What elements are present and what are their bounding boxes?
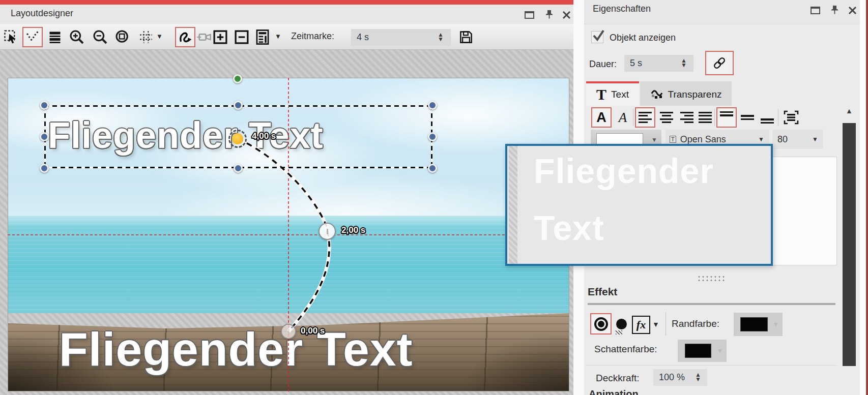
deckkraft-label: Deckkraft: (596, 373, 640, 384)
fit-text-icon (784, 110, 799, 125)
layers-tool-button[interactable] (45, 27, 65, 47)
popup-hatch-strip (509, 146, 517, 264)
pin-button[interactable] (828, 4, 841, 16)
italic-button[interactable]: A (613, 107, 633, 128)
keyframe-label-2s: 2,00 s (341, 225, 365, 235)
align-justify-icon (699, 112, 712, 123)
resize-handle-e[interactable] (428, 132, 437, 141)
scrollbar-thumb[interactable] (843, 123, 856, 366)
objekt-anzeigen-label: Objekt anzeigen (610, 33, 676, 43)
effekt-divider (588, 303, 835, 305)
layout-dropdown-arrow[interactable]: ▼ (275, 33, 281, 40)
motion-path-tool-button[interactable] (175, 27, 195, 47)
layers-icon (48, 30, 62, 44)
schattenfarbe-swatch (685, 344, 711, 358)
waypoint-2s[interactable] (319, 223, 336, 240)
resize-handle-ne[interactable] (428, 101, 437, 110)
valign-top-icon (720, 111, 733, 124)
grid-button[interactable] (136, 27, 156, 47)
align-right-button[interactable] (677, 107, 697, 128)
tab-text[interactable]: T Text (586, 81, 639, 106)
layout-list-icon (255, 29, 270, 45)
align-justify-button[interactable] (695, 107, 715, 128)
outline-effect-icon (594, 317, 608, 331)
save-view-button[interactable] (456, 27, 476, 47)
shadow-effect-button[interactable] (614, 316, 629, 331)
zoom-fit-icon (114, 29, 131, 45)
close-button[interactable] (560, 9, 573, 21)
maximize-button[interactable] (808, 4, 822, 16)
resize-handle-sw[interactable] (40, 164, 49, 173)
deckkraft-spinner[interactable]: ▲ ▼ (695, 373, 701, 381)
zoom-in-icon (69, 29, 85, 45)
valign-middle-button[interactable] (737, 107, 758, 128)
close-icon (848, 6, 857, 15)
section-splitter-handle[interactable] (697, 275, 725, 283)
select-tool-button[interactable] (1, 27, 21, 47)
layout-canvas[interactable]: Fliegender Text Fliegender Text (8, 78, 569, 391)
fx-effects-button[interactable]: fx (632, 316, 650, 334)
zeitmarke-spinner[interactable]: ▲ ▼ (438, 33, 444, 41)
maximize-button[interactable] (523, 9, 536, 21)
randfarbe-swatch (740, 317, 768, 331)
fx-dropdown-arrow[interactable]: ▼ (652, 320, 659, 328)
zoom-fit-button[interactable] (112, 27, 133, 47)
resize-handle-s[interactable] (234, 164, 243, 173)
link-duration-button[interactable] (705, 51, 734, 75)
eigenschaften-titlebar[interactable]: Eigenschaften (584, 0, 868, 24)
zeitmarke-input[interactable]: 4 s (351, 29, 451, 46)
align-center-button[interactable] (656, 107, 677, 128)
valign-middle-icon (741, 111, 754, 124)
chain-link-icon (712, 55, 727, 71)
effekt-heading: Effekt (588, 286, 617, 298)
dauer-spinner[interactable]: ▲ ▼ (681, 58, 687, 67)
bold-button[interactable]: A (591, 107, 612, 128)
color-dropdown-arrow: ▼ (651, 136, 657, 143)
spinner-down-icon[interactable]: ▼ (695, 377, 701, 382)
italic-icon: A (619, 110, 627, 126)
canvas-text-object-end[interactable]: Fliegender Text (59, 322, 413, 377)
randfarbe-dropdown-arrow: ▼ (773, 321, 779, 328)
objekt-anzeigen-checkbox[interactable] (591, 31, 603, 43)
align-left-button[interactable] (635, 107, 655, 128)
tab-text-label: Text (611, 89, 629, 100)
font-size-select[interactable]: 80 ▼ (772, 130, 823, 149)
randfarbe-color-button[interactable]: ▼ (734, 313, 783, 336)
minus-box-icon (234, 29, 249, 45)
valign-bottom-button[interactable] (757, 107, 777, 128)
resize-handle-se[interactable] (428, 164, 437, 173)
remove-object-button[interactable] (232, 27, 252, 47)
layout-options-button[interactable] (252, 27, 273, 47)
select-tool-icon (4, 29, 19, 45)
spinner-down-icon[interactable]: ▼ (438, 37, 444, 42)
resize-handle-w[interactable] (40, 132, 49, 141)
valign-top-button[interactable] (716, 107, 737, 128)
rotate-handle[interactable] (233, 74, 242, 83)
waypoint-0s[interactable] (281, 324, 296, 339)
pin-button[interactable] (542, 9, 556, 21)
schattenfarbe-color-button[interactable]: ▼ (678, 340, 727, 362)
layoutdesigner-panel: Layoutdesigner (0, 0, 573, 395)
add-object-button[interactable] (210, 27, 230, 47)
maximize-icon (525, 11, 534, 19)
grid-dropdown-arrow[interactable]: ▼ (156, 33, 163, 40)
outline-effect-button[interactable] (590, 313, 612, 335)
tab-transparenz[interactable]: Transparenz (640, 81, 732, 106)
font-preview-popup: Fliegender Text (505, 144, 773, 266)
animation-heading-clipped: Animation (589, 388, 690, 395)
zoom-out-button[interactable] (90, 27, 110, 47)
keyframe-marker-4s[interactable] (228, 130, 247, 148)
zoom-in-button[interactable] (67, 27, 87, 47)
resize-handle-n[interactable] (234, 101, 243, 110)
close-button[interactable] (846, 4, 859, 16)
dauer-label: Dauer: (589, 59, 617, 70)
layoutdesigner-title: Layoutdesigner (11, 8, 73, 19)
fit-text-button[interactable] (781, 107, 801, 128)
font-size-value: 80 (777, 134, 788, 145)
scrollbar-up-arrow[interactable]: ▲ (843, 107, 855, 115)
layoutdesigner-titlebar[interactable]: Layoutdesigner (0, 5, 573, 24)
resize-handle-nw[interactable] (40, 101, 49, 110)
sun-keyframe-icon (232, 133, 243, 144)
spinner-down-icon[interactable]: ▼ (681, 63, 687, 68)
point-select-tool-button[interactable] (22, 27, 43, 47)
